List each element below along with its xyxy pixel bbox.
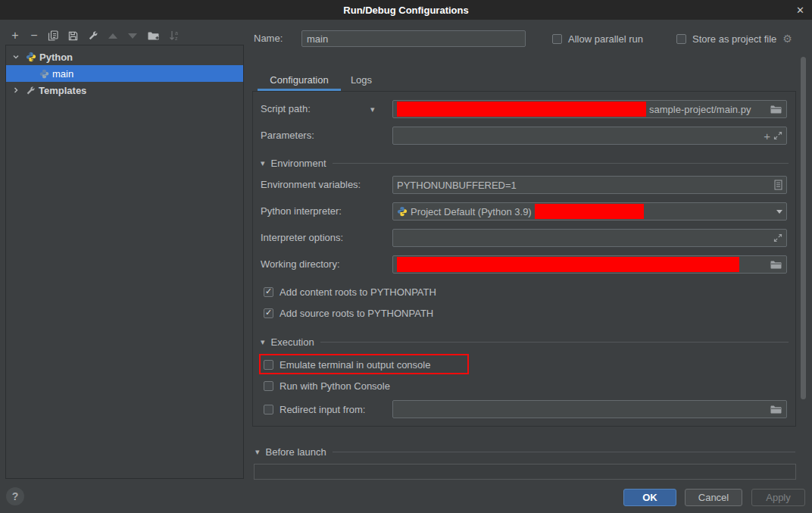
add-content-roots-option: ✓ Add content roots to PYTHONPATH	[264, 283, 436, 301]
section-rule	[333, 163, 789, 164]
working-directory-field[interactable]	[392, 255, 787, 274]
script-path-value: sample-project/main.py	[649, 104, 751, 115]
add-source-roots-option: ✓ Add source roots to PYTHONPATH	[264, 304, 433, 322]
sort-a-glyph: a	[175, 30, 178, 36]
env-vars-value: PYTHONUNBUFFERED=1	[397, 180, 517, 191]
tree-item-label: main	[52, 68, 73, 80]
environment-section-label: Environment	[271, 158, 326, 169]
move-down-icon	[126, 29, 139, 42]
add-configuration-button[interactable]: +	[8, 29, 22, 42]
move-up-icon	[106, 29, 120, 42]
script-path-label: Script path:	[261, 100, 311, 118]
tree-item-templates[interactable]: Templates	[6, 82, 243, 99]
expand-field-icon[interactable]	[773, 131, 782, 140]
expand-field-icon[interactable]	[773, 233, 782, 242]
new-folder-icon[interactable]	[147, 29, 161, 42]
before-launch-section-label: Before launch	[266, 446, 326, 458]
working-directory-label: Working directory:	[261, 255, 340, 274]
collapse-caret-icon[interactable]: ▾	[261, 338, 265, 346]
store-as-project-file-option: Store as project file ⚙	[676, 30, 792, 48]
section-rule	[320, 342, 789, 343]
cancel-button[interactable]: Cancel	[685, 489, 742, 506]
add-content-roots-label: Add content roots to PYTHONPATH	[280, 286, 436, 298]
env-vars-field[interactable]: PYTHONUNBUFFERED=1	[392, 176, 787, 194]
store-as-project-file-checkbox[interactable]	[676, 34, 686, 44]
name-input[interactable]: main	[301, 30, 526, 47]
section-rule	[333, 452, 795, 452]
redaction-block	[397, 257, 739, 272]
title-bar: Run/Debug Configurations ✕	[0, 0, 812, 20]
interpreter-combobox[interactable]: Project Default (Python 3.9)	[392, 202, 787, 221]
run-python-console-checkbox[interactable]	[264, 381, 273, 391]
add-source-roots-checkbox[interactable]: ✓	[264, 308, 273, 318]
env-vars-label: Environment variables:	[261, 176, 361, 194]
copy-configuration-icon[interactable]	[46, 29, 60, 42]
python-file-icon	[39, 69, 49, 79]
remove-configuration-button[interactable]: −	[27, 29, 41, 42]
help-button[interactable]: ?	[6, 487, 24, 505]
allow-parallel-run-checkbox[interactable]	[552, 34, 562, 44]
interpreter-options-field[interactable]	[392, 229, 787, 247]
save-configuration-icon[interactable]	[66, 29, 80, 42]
allow-parallel-run-label: Allow parallel run	[568, 33, 643, 45]
browse-folder-icon[interactable]	[770, 405, 782, 414]
dropdown-arrow-icon[interactable]	[776, 210, 782, 214]
run-python-console-label: Run with Python Console	[280, 380, 390, 392]
execution-section-header[interactable]: ▾ Execution	[261, 333, 789, 351]
redaction-block	[397, 102, 646, 117]
python-logo-icon	[397, 206, 408, 217]
environment-section-header[interactable]: ▾ Environment	[261, 154, 789, 172]
redaction-block	[535, 204, 644, 219]
interpreter-label: Python interpreter:	[261, 202, 342, 221]
tree-item-python[interactable]: Python	[6, 48, 243, 65]
ok-button[interactable]: OK	[623, 489, 676, 506]
before-launch-task-list[interactable]	[254, 464, 796, 480]
run-python-console-option: Run with Python Console	[264, 377, 390, 395]
redirect-input-checkbox[interactable]	[264, 405, 273, 414]
close-icon[interactable]: ✕	[796, 0, 804, 20]
interpreter-options-label: Interpreter options:	[261, 229, 343, 247]
chevron-down-icon[interactable]	[12, 53, 20, 61]
allow-parallel-run-option: Allow parallel run	[552, 30, 643, 48]
tree-item-label: Python	[39, 52, 73, 63]
before-launch-section-header[interactable]: ▾ Before launch	[255, 443, 795, 461]
edit-env-vars-icon[interactable]	[774, 180, 782, 190]
tab-logs[interactable]: Logs	[342, 70, 380, 89]
name-input-value: main	[307, 33, 328, 45]
redirect-input-label: Redirect input from:	[280, 404, 365, 415]
sort-alphabetically-icon: az	[167, 29, 181, 42]
redirect-input-option: Redirect input from:	[264, 400, 365, 418]
add-content-roots-checkbox[interactable]: ✓	[264, 287, 273, 297]
browse-folder-icon[interactable]	[770, 105, 782, 114]
tree-item-main[interactable]: main	[6, 65, 243, 82]
execution-section-label: Execution	[271, 336, 314, 348]
annotation-highlight-rectangle	[259, 354, 469, 374]
gear-icon[interactable]: ⚙	[782, 33, 792, 45]
chevron-right-icon[interactable]	[12, 86, 20, 94]
script-path-field[interactable]: sample-project/main.py	[392, 100, 787, 118]
configurations-tree: Python main Templates	[5, 45, 244, 479]
configuration-tab-content: Script path: ▾ sample-project/main.py Pa…	[252, 91, 796, 427]
tab-configuration[interactable]: Configuration	[258, 70, 341, 89]
script-path-type-dropdown-icon[interactable]: ▾	[370, 105, 375, 114]
add-source-roots-label: Add source roots to PYTHONPATH	[280, 308, 433, 319]
python-logo-icon	[26, 52, 36, 62]
interpreter-value: Project Default (Python 3.9)	[411, 206, 532, 217]
templates-wrench-icon	[26, 86, 36, 95]
parameters-field[interactable]: +	[392, 127, 787, 145]
collapse-caret-icon[interactable]: ▾	[255, 448, 260, 456]
apply-button: Apply	[751, 489, 805, 506]
sort-z-glyph: z	[175, 36, 178, 41]
tree-item-label: Templates	[39, 85, 86, 96]
parameters-label: Parameters:	[261, 127, 314, 145]
dialog-title: Run/Debug Configurations	[343, 5, 468, 16]
name-label: Name:	[254, 30, 283, 47]
collapse-caret-icon[interactable]: ▾	[261, 159, 265, 167]
run-debug-configurations-dialog: Run/Debug Configurations ✕ + − az Python	[0, 0, 812, 513]
redirect-input-field[interactable]	[392, 400, 787, 418]
add-macro-icon[interactable]: +	[764, 130, 770, 142]
edit-templates-wrench-icon[interactable]	[86, 29, 100, 42]
vertical-scrollbar-thumb[interactable]	[801, 57, 806, 399]
store-as-project-file-label: Store as project file	[692, 33, 776, 45]
browse-folder-icon[interactable]	[770, 260, 782, 270]
